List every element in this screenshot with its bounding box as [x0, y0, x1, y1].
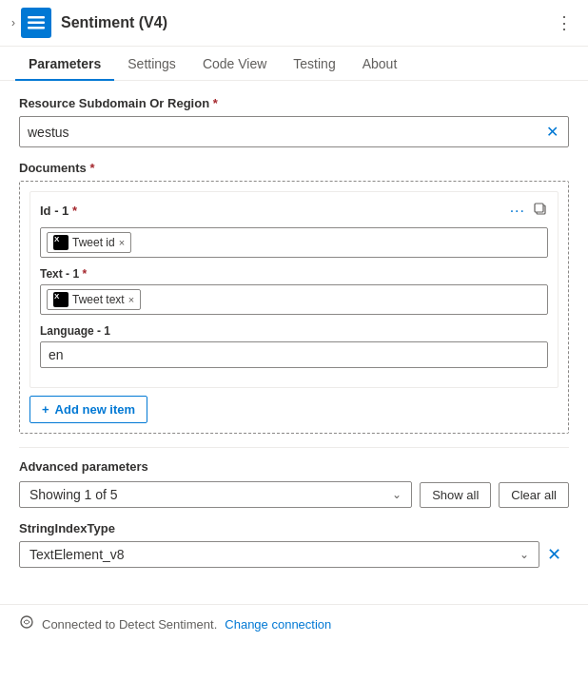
tweet-id-tag: Tweet id ×: [47, 232, 131, 253]
header-title: Sentiment (V4): [61, 14, 552, 31]
string-index-dropdown-wrap: TextElement_v8 ⌄: [19, 541, 539, 568]
svg-rect-1: [28, 22, 45, 25]
text-tag-input[interactable]: Tweet text ×: [40, 284, 548, 315]
showing-chevron-icon: ⌄: [392, 488, 402, 501]
showing-dropdown[interactable]: Showing 1 of 5 ⌄: [19, 481, 412, 508]
connection-icon: [19, 614, 34, 633]
text-label: Text - 1: [40, 267, 548, 281]
tab-testing[interactable]: Testing: [280, 47, 348, 81]
collapse-chevron[interactable]: ›: [11, 16, 15, 29]
item-more-icon[interactable]: ···: [510, 203, 525, 220]
tabs-bar: Parameters Settings Code View Testing Ab…: [0, 47, 588, 81]
string-index-label: StringIndexType: [19, 521, 569, 535]
advanced-label: Advanced parameters: [19, 459, 569, 474]
add-new-item-button[interactable]: + Add new item: [29, 396, 147, 423]
clear-all-button[interactable]: Clear all: [499, 482, 569, 508]
showing-text: Showing 1 of 5: [29, 487, 118, 502]
language-label: Language - 1: [40, 324, 548, 338]
plus-icon: +: [42, 402, 49, 417]
item-header: Id - 1 ···: [40, 202, 548, 220]
tab-parameters[interactable]: Parameters: [15, 47, 114, 81]
tag-icon: [53, 235, 69, 250]
language-subfield: Language - 1: [40, 324, 548, 368]
resource-input[interactable]: [28, 125, 544, 140]
item-actions: ···: [510, 202, 548, 220]
header: › Sentiment (V4) ⋮: [0, 0, 588, 47]
string-index-value: TextElement_v8: [29, 547, 125, 562]
resource-input-wrap: ✕: [19, 116, 569, 147]
svg-rect-2: [28, 27, 45, 29]
footer: Connected to Detect Sentiment. Change co…: [0, 604, 588, 643]
string-index-field: StringIndexType TextElement_v8 ⌄ ✕: [19, 521, 569, 568]
footer-text: Connected to Detect Sentiment.: [42, 617, 217, 632]
text-subfield: Text - 1 Tweet text ×: [40, 267, 548, 315]
app-icon: [21, 8, 51, 38]
change-connection-link[interactable]: Change connection: [225, 617, 331, 632]
divider: [19, 447, 569, 448]
language-input[interactable]: [40, 341, 548, 368]
add-btn-label: Add new item: [55, 402, 136, 417]
id-tag-input[interactable]: Tweet id ×: [40, 227, 548, 258]
item-id-title: Id - 1: [40, 204, 77, 218]
tab-code-view[interactable]: Code View: [189, 47, 280, 81]
svg-point-5: [21, 616, 32, 628]
svg-rect-0: [28, 16, 45, 19]
tab-about[interactable]: About: [349, 47, 411, 81]
documents-section: Id - 1 ··· Tweet id ×: [19, 181, 569, 434]
documents-label: Documents: [19, 161, 569, 175]
item-copy-icon[interactable]: [533, 202, 548, 220]
tab-settings[interactable]: Settings: [114, 47, 189, 81]
string-index-dropdown[interactable]: TextElement_v8 ⌄: [20, 542, 539, 567]
tag-remove-icon[interactable]: ×: [119, 237, 125, 248]
show-all-button[interactable]: Show all: [420, 482, 491, 508]
string-index-clear-icon[interactable]: ✕: [539, 544, 569, 565]
document-item: Id - 1 ··· Tweet id ×: [29, 191, 559, 388]
resource-clear-icon[interactable]: ✕: [544, 121, 560, 143]
string-index-row: TextElement_v8 ⌄ ✕: [19, 541, 569, 568]
advanced-section: Advanced parameters Showing 1 of 5 ⌄ Sho…: [19, 459, 569, 508]
tag-text-remove-icon[interactable]: ×: [128, 294, 134, 305]
advanced-row: Showing 1 of 5 ⌄ Show all Clear all: [19, 481, 569, 508]
svg-rect-4: [535, 204, 543, 212]
tag-label: Tweet id: [72, 236, 115, 249]
resource-label: Resource Subdomain Or Region: [19, 96, 569, 110]
tag-text-label: Tweet text: [72, 293, 125, 306]
tweet-text-tag: Tweet text ×: [47, 289, 141, 310]
parameters-panel: Resource Subdomain Or Region ✕ Documents…: [0, 81, 588, 596]
tag-icon-text: [53, 292, 69, 307]
string-index-chevron-icon: ⌄: [519, 548, 529, 561]
header-menu-button[interactable]: ⋮: [552, 9, 577, 37]
